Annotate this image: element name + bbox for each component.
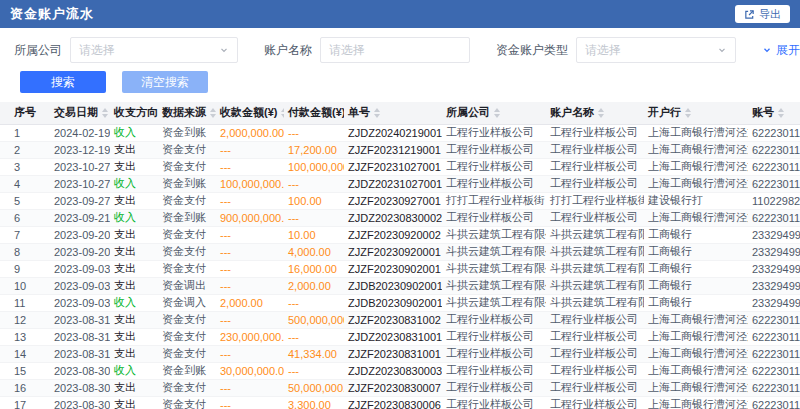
- sort-icon[interactable]: [281, 108, 284, 118]
- search-button[interactable]: 搜索: [20, 71, 106, 93]
- cell-bank: 上海工商银行漕河泾支行: [644, 311, 748, 328]
- export-button[interactable]: 导出: [735, 5, 790, 23]
- cell-direction: 支出: [110, 311, 158, 328]
- cell-bank: 工商银行: [644, 226, 748, 243]
- cell-payment: ---: [284, 362, 344, 379]
- company-filter-label: 所属公司: [14, 42, 62, 59]
- cell-account: 工程行业样板公司: [546, 158, 644, 175]
- sort-icon[interactable]: [685, 108, 691, 118]
- expand-filter-label: 展开筛选: [776, 42, 800, 59]
- cell-account: 斗拱云建筑工程有限公司: [546, 226, 644, 243]
- cell-order_no: ZJZF20230920001: [344, 243, 442, 260]
- column-header-order_no[interactable]: 单号: [344, 102, 442, 124]
- account-type-select[interactable]: 请选择: [576, 37, 736, 63]
- cell-account_no: 62223011: [748, 124, 800, 141]
- column-label: 交易日期: [54, 106, 98, 118]
- table-row: 102023-09-03支出资金调出---2,000.00ZJDB2023090…: [0, 277, 800, 294]
- cell-direction: 支出: [110, 328, 158, 345]
- cell-account_no: 62223011: [748, 362, 800, 379]
- cell-source: 资金支付: [158, 379, 216, 396]
- cell-account_no: 23329499: [748, 294, 800, 311]
- cell-bank: 上海工商银行漕河泾支行: [644, 396, 748, 409]
- column-label: 收款金额(¥): [220, 106, 277, 118]
- cell-company: 斗拱云建筑工程有限公司: [442, 260, 546, 277]
- clear-search-button[interactable]: 清空搜索: [122, 71, 208, 93]
- sort-icon[interactable]: [494, 108, 500, 118]
- sort-icon[interactable]: [778, 108, 784, 118]
- cell-order_no: ZJZF20230830007: [344, 379, 442, 396]
- table-row: 122023-08-31支出资金支付---500,000,000.00ZJZF2…: [0, 311, 800, 328]
- column-header-account_no[interactable]: 账号: [748, 102, 800, 124]
- cell-direction: 支出: [110, 192, 158, 209]
- cell-direction: 收入: [110, 294, 158, 311]
- column-header-account[interactable]: 账户名称: [546, 102, 644, 124]
- table-header-row: 序号交易日期收支方向数据来源收款金额(¥)付款金额(¥)单号所属公司账户名称开户…: [0, 102, 800, 124]
- cell-account_no: 62223011: [748, 175, 800, 192]
- cell-bank: 上海工商银行漕河泾支行: [644, 379, 748, 396]
- cell-direction: 收入: [110, 362, 158, 379]
- column-header-direction[interactable]: 收支方向: [110, 102, 158, 124]
- table-row: 72023-09-20支出资金支付---10.00ZJZF20230920002…: [0, 226, 800, 243]
- sort-icon[interactable]: [210, 108, 216, 118]
- column-header-date[interactable]: 交易日期: [50, 102, 110, 124]
- cell-account_no: 62223011: [748, 345, 800, 362]
- column-header-payment[interactable]: 付款金额(¥): [284, 102, 344, 124]
- company-select-placeholder: 请选择: [79, 42, 115, 59]
- sort-icon[interactable]: [374, 108, 380, 118]
- column-label: 所属公司: [446, 106, 490, 118]
- column-header-receipt[interactable]: 收款金额(¥): [216, 102, 284, 124]
- cell-payment: ---: [284, 209, 344, 226]
- cell-receipt: ---: [216, 226, 284, 243]
- cell-date: 2023-08-31: [50, 345, 110, 362]
- cell-payment: ---: [284, 294, 344, 311]
- company-filter: 所属公司 请选择: [14, 37, 238, 63]
- cell-account_no: 62223011: [748, 209, 800, 226]
- cell-company: 工程行业样板公司: [442, 209, 546, 226]
- cell-account: 斗拱云建筑工程有限公司: [546, 243, 644, 260]
- column-label: 序号: [14, 106, 36, 118]
- cell-direction: 收入: [110, 175, 158, 192]
- column-header-company[interactable]: 所属公司: [442, 102, 546, 124]
- cell-account_no: 23329499: [748, 277, 800, 294]
- cell-bank: 工商银行: [644, 243, 748, 260]
- account-type-placeholder: 请选择: [585, 42, 621, 59]
- sort-icon[interactable]: [598, 108, 604, 118]
- cell-source: 资金支付: [158, 141, 216, 158]
- company-select[interactable]: 请选择: [70, 37, 238, 63]
- cell-direction: 支出: [110, 226, 158, 243]
- cell-bank: 上海工商银行漕河泾支行: [644, 328, 748, 345]
- cell-date: 2023-09-03: [50, 277, 110, 294]
- topbar: 资金账户流水 导出: [0, 0, 800, 28]
- cell-company: 工程行业样板公司: [442, 175, 546, 192]
- sort-icon[interactable]: [102, 108, 108, 118]
- cell-order_no: ZJDZ20231027001: [344, 175, 442, 192]
- column-header-source[interactable]: 数据来源: [158, 102, 216, 124]
- column-header-bank[interactable]: 开户行: [644, 102, 748, 124]
- cell-date: 2023-09-27: [50, 192, 110, 209]
- cell-no: 17: [0, 396, 50, 409]
- cell-company: 斗拱云建筑工程有限公司: [442, 277, 546, 294]
- cell-no: 9: [0, 260, 50, 277]
- account-name-input[interactable]: 请选择: [320, 37, 470, 63]
- cell-source: 资金支付: [158, 396, 216, 409]
- cell-company: 打打工程行业样板街: [442, 192, 546, 209]
- cell-account: 工程行业样板公司: [546, 175, 644, 192]
- column-label: 账户名称: [550, 106, 594, 118]
- cell-account: 斗拱云建筑工程有限公司: [546, 277, 644, 294]
- cell-account_no: 23329499: [748, 243, 800, 260]
- cell-receipt: ---: [216, 277, 284, 294]
- cell-receipt: ---: [216, 345, 284, 362]
- cell-no: 6: [0, 209, 50, 226]
- cell-company: 工程行业样板公司: [442, 141, 546, 158]
- cell-account_no: 62223011: [748, 158, 800, 175]
- cell-bank: 工商银行: [644, 260, 748, 277]
- cell-source: 资金调出: [158, 277, 216, 294]
- cell-account: 打打工程行业样板街: [546, 192, 644, 209]
- cell-company: 斗拱云建筑工程有限公司: [442, 294, 546, 311]
- cell-payment: 17,200.00: [284, 141, 344, 158]
- cell-account: 工程行业样板公司: [546, 345, 644, 362]
- expand-filter-link[interactable]: 展开筛选: [762, 42, 800, 59]
- cell-account_no: 62223011: [748, 379, 800, 396]
- cell-order_no: ZJZF20230830006: [344, 396, 442, 409]
- cell-direction: 支出: [110, 260, 158, 277]
